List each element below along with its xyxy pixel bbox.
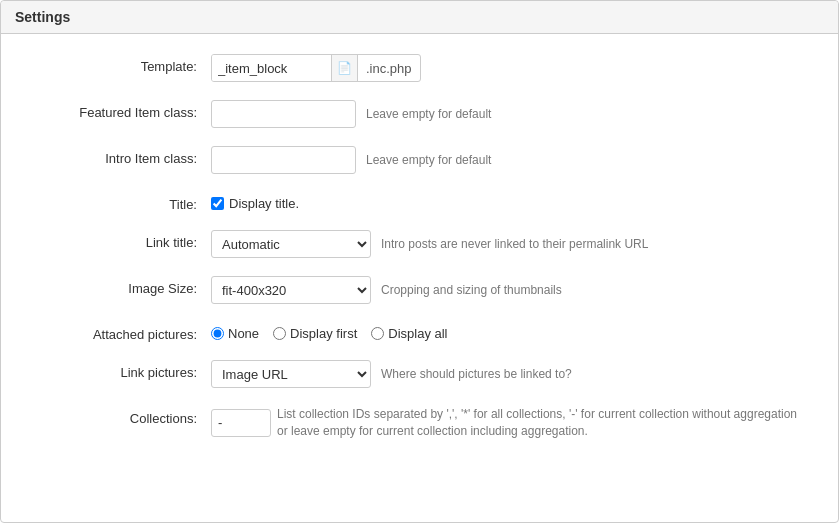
title-checkbox-label[interactable]: Display title. bbox=[229, 196, 299, 211]
panel-body: Template: 📄 .inc.php Featured Item class… bbox=[1, 34, 838, 478]
title-row: Title: Display title. bbox=[11, 192, 828, 212]
link-pictures-hint: Where should pictures be linked to? bbox=[381, 367, 572, 381]
intro-label: Intro Item class: bbox=[11, 146, 211, 166]
link-pictures-control-wrap: Image URL Post URL None Where should pic… bbox=[211, 360, 572, 388]
image-size-hint: Cropping and sizing of thumbnails bbox=[381, 283, 562, 297]
attached-first-item: Display first bbox=[273, 326, 357, 341]
attached-all-item: Display all bbox=[371, 326, 447, 341]
link-title-hint: Intro posts are never linked to their pe… bbox=[381, 237, 648, 251]
attached-none-label[interactable]: None bbox=[228, 326, 259, 341]
template-file-icon[interactable]: 📄 bbox=[332, 54, 358, 82]
attached-all-radio[interactable] bbox=[371, 327, 384, 340]
template-ext: .inc.php bbox=[358, 61, 420, 76]
featured-label: Featured Item class: bbox=[11, 100, 211, 120]
template-input[interactable] bbox=[212, 54, 332, 82]
intro-control-wrap: Leave empty for default bbox=[211, 146, 491, 174]
attached-row: Attached pictures: None Display first Di… bbox=[11, 322, 828, 342]
intro-hint: Leave empty for default bbox=[366, 153, 491, 167]
template-control-wrap: 📄 .inc.php bbox=[211, 54, 421, 82]
collections-label: Collections: bbox=[11, 406, 211, 426]
attached-none-radio[interactable] bbox=[211, 327, 224, 340]
settings-panel: Settings Template: 📄 .inc.php Featured I… bbox=[0, 0, 839, 523]
attached-radio-wrap: None Display first Display all bbox=[211, 322, 448, 341]
panel-title: Settings bbox=[1, 1, 838, 34]
image-size-label: Image Size: bbox=[11, 276, 211, 296]
link-pictures-label: Link pictures: bbox=[11, 360, 211, 380]
attached-control-wrap: None Display first Display all bbox=[211, 322, 448, 341]
title-control-wrap: Display title. bbox=[211, 192, 299, 211]
template-input-group: 📄 .inc.php bbox=[211, 54, 421, 82]
image-size-row: Image Size: fit-400x320 original fit-800… bbox=[11, 276, 828, 304]
link-title-label: Link title: bbox=[11, 230, 211, 250]
featured-row: Featured Item class: Leave empty for def… bbox=[11, 100, 828, 128]
collections-row: Collections: List collection IDs separat… bbox=[11, 406, 828, 440]
link-title-row: Link title: Automatic Always Never Intro… bbox=[11, 230, 828, 258]
link-pictures-row: Link pictures: Image URL Post URL None W… bbox=[11, 360, 828, 388]
attached-label: Attached pictures: bbox=[11, 322, 211, 342]
attached-first-label[interactable]: Display first bbox=[290, 326, 357, 341]
image-size-control-wrap: fit-400x320 original fit-800x600 Croppin… bbox=[211, 276, 562, 304]
collections-control-wrap: List collection IDs separated by ',', '*… bbox=[211, 406, 807, 440]
featured-hint: Leave empty for default bbox=[366, 107, 491, 121]
title-label: Title: bbox=[11, 192, 211, 212]
featured-control-wrap: Leave empty for default bbox=[211, 100, 491, 128]
link-title-control-wrap: Automatic Always Never Intro posts are n… bbox=[211, 230, 648, 258]
featured-input[interactable] bbox=[211, 100, 356, 128]
template-row: Template: 📄 .inc.php bbox=[11, 54, 828, 82]
title-checkbox-wrap: Display title. bbox=[211, 192, 299, 211]
intro-input[interactable] bbox=[211, 146, 356, 174]
attached-all-label[interactable]: Display all bbox=[388, 326, 447, 341]
collections-hint: List collection IDs separated by ',', '*… bbox=[277, 406, 807, 440]
template-label: Template: bbox=[11, 54, 211, 74]
link-pictures-select[interactable]: Image URL Post URL None bbox=[211, 360, 371, 388]
link-title-select[interactable]: Automatic Always Never bbox=[211, 230, 371, 258]
attached-first-radio[interactable] bbox=[273, 327, 286, 340]
attached-none-item: None bbox=[211, 326, 259, 341]
image-size-select[interactable]: fit-400x320 original fit-800x600 bbox=[211, 276, 371, 304]
intro-row: Intro Item class: Leave empty for defaul… bbox=[11, 146, 828, 174]
collections-input[interactable] bbox=[211, 409, 271, 437]
title-checkbox[interactable] bbox=[211, 197, 224, 210]
